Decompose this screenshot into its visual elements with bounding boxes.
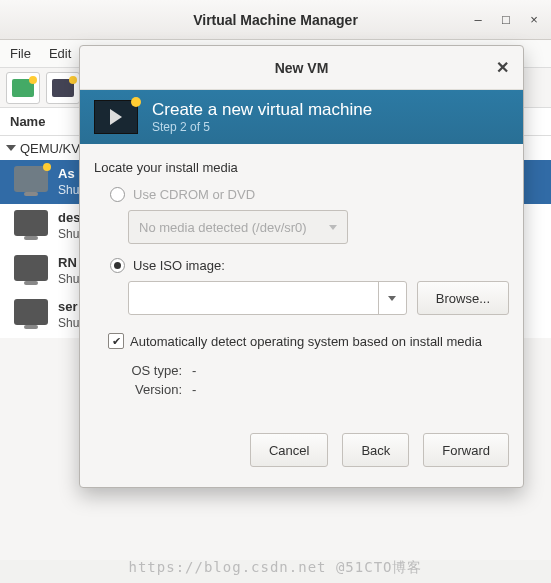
- radio-iso[interactable]: Use ISO image:: [110, 258, 509, 273]
- play-icon: [110, 109, 122, 125]
- step-label: Step 2 of 5: [152, 120, 372, 134]
- back-button[interactable]: Back: [342, 433, 409, 467]
- wizard-icon: [94, 100, 138, 134]
- os-type-value: -: [192, 363, 196, 378]
- minimize-button[interactable]: –: [465, 6, 491, 32]
- vm-icon: [14, 299, 48, 325]
- titlebar: Virtual Machine Manager – □ ×: [0, 0, 551, 40]
- forward-button[interactable]: Forward: [423, 433, 509, 467]
- maximize-button[interactable]: □: [493, 6, 519, 32]
- new-vm-button[interactable]: [6, 72, 40, 104]
- radio-cdrom[interactable]: Use CDROM or DVD: [110, 187, 509, 202]
- menu-file[interactable]: File: [10, 46, 31, 61]
- version-label: Version:: [122, 382, 182, 397]
- cancel-button[interactable]: Cancel: [250, 433, 328, 467]
- new-vm-dialog: New VM ✕ Create a new virtual machine St…: [79, 45, 524, 488]
- checkbox-icon: [108, 333, 124, 349]
- dialog-titlebar: New VM ✕: [80, 46, 523, 90]
- autodetect-label: Automatically detect operating system ba…: [130, 334, 482, 349]
- dialog-heading: Create a new virtual machine: [152, 100, 372, 120]
- watermark: https://blog.csdn.net @51CTO博客: [0, 559, 551, 577]
- monitor-sun-icon: [12, 79, 34, 97]
- iso-path-input[interactable]: [128, 281, 407, 315]
- cdrom-media-combo: No media detected (/dev/sr0): [128, 210, 348, 244]
- vm-icon: [14, 255, 48, 281]
- locate-label: Locate your install media: [94, 160, 509, 175]
- monitor-icon: [52, 79, 74, 97]
- menu-edit[interactable]: Edit: [49, 46, 71, 61]
- dialog-header: Create a new virtual machine Step 2 of 5: [80, 90, 523, 144]
- version-value: -: [192, 382, 196, 397]
- os-type-label: OS type:: [122, 363, 182, 378]
- chevron-down-icon: [319, 211, 347, 243]
- expand-icon: [6, 145, 16, 151]
- os-type-row: OS type: -: [122, 363, 509, 378]
- version-row: Version: -: [122, 382, 509, 397]
- radio-iso-label: Use ISO image:: [133, 258, 225, 273]
- autodetect-checkbox-row[interactable]: Automatically detect operating system ba…: [108, 333, 509, 349]
- cdrom-media-value: No media detected (/dev/sr0): [139, 220, 307, 235]
- dialog-body: Locate your install media Use CDROM or D…: [80, 144, 523, 415]
- radio-icon: [110, 187, 125, 202]
- window-title: Virtual Machine Manager: [193, 12, 358, 28]
- open-vm-button[interactable]: [46, 72, 80, 104]
- column-name: Name: [10, 114, 45, 129]
- dialog-footer: Cancel Back Forward: [80, 415, 523, 487]
- close-button[interactable]: ×: [521, 6, 547, 32]
- browse-button[interactable]: Browse...: [417, 281, 509, 315]
- dialog-title: New VM: [275, 60, 329, 76]
- radio-icon: [110, 258, 125, 273]
- radio-cdrom-label: Use CDROM or DVD: [133, 187, 255, 202]
- dialog-close-button[interactable]: ✕: [496, 58, 509, 77]
- chevron-down-icon[interactable]: [378, 282, 406, 314]
- vm-icon: [14, 210, 48, 236]
- vm-icon: [14, 166, 48, 192]
